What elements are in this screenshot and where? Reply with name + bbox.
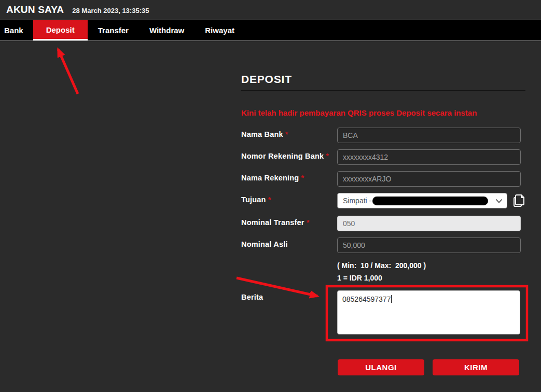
text-caret: [391, 295, 392, 303]
required-marker: *: [285, 130, 288, 138]
field-row-nominal-transfer: Nominal Transfer*: [241, 216, 525, 231]
field-row-berita: Berita 085264597377: [241, 290, 525, 334]
tab-bank[interactable]: Bank: [0, 20, 33, 40]
required-marker: *: [301, 174, 304, 182]
redaction-blob: [372, 197, 488, 205]
kirim-button[interactable]: KIRIM: [433, 359, 519, 375]
berita-textarea[interactable]: 085264597377: [337, 290, 520, 334]
nominal-transfer-input: [337, 216, 521, 231]
header-timestamp: 28 March 2023, 13:35:35: [72, 6, 149, 15]
copy-button[interactable]: [512, 193, 525, 209]
tujuan-select[interactable]: Simpati -: [337, 193, 507, 208]
required-marker: *: [268, 195, 271, 204]
field-row-tujuan: Tujuan* Simpati -: [241, 193, 525, 209]
field-row-nama-rekening: Nama Rekening*: [241, 171, 525, 187]
page-title: DEPOSIT: [241, 73, 525, 86]
required-marker: *: [326, 152, 329, 160]
app-title: AKUN SAYA: [6, 4, 64, 16]
nominal-asli-label: Nominal Asli: [241, 237, 337, 248]
page-content: DEPOSIT Kini telah hadir pembayaran QRIS…: [0, 41, 541, 391]
main-nav: Bank Deposit Transfer Withdraw Riwayat: [0, 20, 541, 41]
field-row-nomor-rekening: Nomor Rekening Bank*: [241, 149, 525, 165]
chevron-down-icon: [496, 199, 502, 203]
berita-value: 085264597377: [342, 295, 391, 303]
tab-deposit[interactable]: Deposit: [33, 20, 88, 40]
nama-rekening-label: Nama Rekening*: [241, 171, 337, 182]
app-header: AKUN SAYA 28 March 2023, 13:35:35: [0, 0, 541, 20]
tujuan-selected-value: Simpati -: [343, 197, 371, 205]
tab-riwayat[interactable]: Riwayat: [195, 20, 245, 40]
form-actions: ULANGI KIRIM: [338, 359, 525, 375]
nomor-rekening-label: Nomor Rekening Bank*: [241, 149, 337, 160]
tab-transfer[interactable]: Transfer: [88, 20, 139, 40]
nama-bank-input[interactable]: [337, 128, 521, 143]
nomor-rekening-input[interactable]: [337, 149, 521, 165]
copy-icon: [512, 193, 525, 208]
tab-withdraw[interactable]: Withdraw: [139, 20, 195, 40]
nama-rekening-input[interactable]: [337, 171, 521, 187]
nominal-transfer-label: Nominal Transfer*: [241, 216, 337, 227]
required-marker: *: [307, 218, 310, 227]
ulangi-button[interactable]: ULANGI: [338, 359, 424, 375]
nominal-asli-input[interactable]: [337, 237, 521, 253]
title-divider: [241, 90, 525, 91]
deposit-form: DEPOSIT Kini telah hadir pembayaran QRIS…: [241, 73, 525, 375]
qris-notice: Kini telah hadir pembayaran QRIS proses …: [241, 108, 525, 117]
berita-label: Berita: [241, 290, 337, 301]
field-row-nominal-asli: Nominal Asli: [241, 237, 525, 253]
min-max-hint: ( Min: 10 / Max: 200,000 ): [337, 261, 525, 270]
nama-bank-label: Nama Bank*: [241, 128, 337, 138]
rate-hint: 1 = IDR 1,000: [337, 274, 525, 282]
field-row-nama-bank: Nama Bank*: [241, 128, 525, 143]
tujuan-label: Tujuan*: [241, 193, 337, 204]
